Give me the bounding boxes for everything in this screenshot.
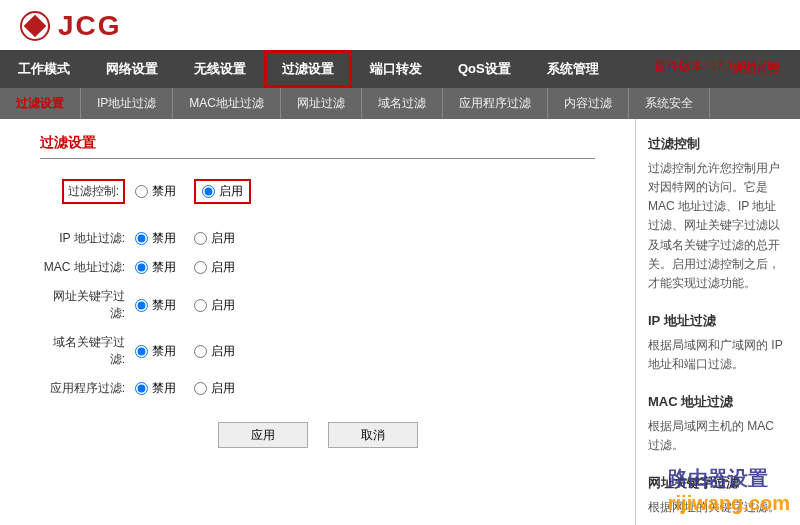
filter-row-label: 应用程序过滤: (40, 380, 135, 397)
filter-row-0-enable[interactable]: 启用 (194, 230, 235, 247)
filter-row-1-disable[interactable]: 禁用 (135, 259, 176, 276)
main-panel: 过滤设置 过滤控制: 禁用 启用 IP 地址过滤:禁用启用MAC 地址过滤:禁用… (0, 119, 635, 525)
sub-nav: 过滤设置IP地址过滤MAC地址过滤网址过滤域名过滤应用程序过滤内容过滤系统安全 (0, 88, 800, 119)
filter-control-label: 过滤控制: (62, 179, 125, 204)
apply-button[interactable]: 应用 (218, 422, 308, 448)
watermark: 路由器设置 rijiwang.com (668, 465, 790, 515)
main-tab-6[interactable]: 系统管理 (529, 50, 617, 88)
filter-row-label: 域名关键字过滤: (40, 334, 135, 368)
logo: JCG (20, 10, 122, 42)
logo-text: JCG (58, 10, 122, 42)
main-tab-1[interactable]: 网络设置 (88, 50, 176, 88)
help-body-1: 根据局域网和广域网的 IP 地址和端口过滤。 (648, 336, 788, 374)
filter-row-1: MAC 地址过滤:禁用启用 (40, 259, 595, 276)
filter-row-label: MAC 地址过滤: (40, 259, 135, 276)
sub-tab-0[interactable]: 过滤设置 (0, 88, 81, 119)
sub-tab-5[interactable]: 应用程序过滤 (443, 88, 548, 119)
filter-row-0: IP 地址过滤:禁用启用 (40, 230, 595, 247)
help-title-0: 过滤控制 (648, 134, 788, 155)
filter-row-3-disable[interactable]: 禁用 (135, 343, 176, 360)
sub-tab-6[interactable]: 内容过滤 (548, 88, 629, 119)
help-title-1: IP 地址过滤 (648, 311, 788, 332)
help-body-0: 过滤控制允许您控制用户对因特网的访问。它是MAC 地址过滤、IP 地址过滤、网址… (648, 159, 788, 293)
main-tab-3[interactable]: 过滤设置 (264, 50, 352, 88)
filter-row-3-enable[interactable]: 启用 (194, 343, 235, 360)
filter-row-2-enable[interactable]: 启用 (194, 297, 235, 314)
main-tab-2[interactable]: 无线设置 (176, 50, 264, 88)
help-body-2: 根据局域网主机的 MAC 过滤。 (648, 417, 788, 455)
logo-icon (20, 11, 50, 41)
main-tab-4[interactable]: 端口转发 (352, 50, 440, 88)
sub-tab-2[interactable]: MAC地址过滤 (173, 88, 281, 119)
cancel-button[interactable]: 取消 (328, 422, 418, 448)
panel-title: 过滤设置 (40, 134, 595, 159)
filter-control-enable[interactable]: 启用 (202, 183, 243, 200)
filter-row-4-enable[interactable]: 启用 (194, 380, 235, 397)
sub-tab-4[interactable]: 域名过滤 (362, 88, 443, 119)
sub-tab-7[interactable]: 系统安全 (629, 88, 710, 119)
main-tab-0[interactable]: 工作模式 (0, 50, 88, 88)
filter-row-3: 域名关键字过滤:禁用启用 (40, 334, 595, 368)
filter-control-disable[interactable]: 禁用 (135, 183, 176, 200)
filter-row-0-disable[interactable]: 禁用 (135, 230, 176, 247)
filter-row-4-disable[interactable]: 禁用 (135, 380, 176, 397)
filter-control-enable-highlight: 启用 (194, 179, 251, 204)
filter-row-label: IP 地址过滤: (40, 230, 135, 247)
main-tab-5[interactable]: QoS设置 (440, 50, 529, 88)
filter-control-row: 过滤控制: 禁用 启用 (40, 179, 595, 204)
filter-row-4: 应用程序过滤:禁用启用 (40, 380, 595, 397)
filter-row-2-disable[interactable]: 禁用 (135, 297, 176, 314)
help-title-2: MAC 地址过滤 (648, 392, 788, 413)
sub-tab-1[interactable]: IP地址过滤 (81, 88, 173, 119)
firmware-version: 固件版本: 17.1.004.786 (655, 58, 780, 75)
filter-row-label: 网址关键字过滤: (40, 288, 135, 322)
filter-row-2: 网址关键字过滤:禁用启用 (40, 288, 595, 322)
filter-row-1-enable[interactable]: 启用 (194, 259, 235, 276)
sub-tab-3[interactable]: 网址过滤 (281, 88, 362, 119)
